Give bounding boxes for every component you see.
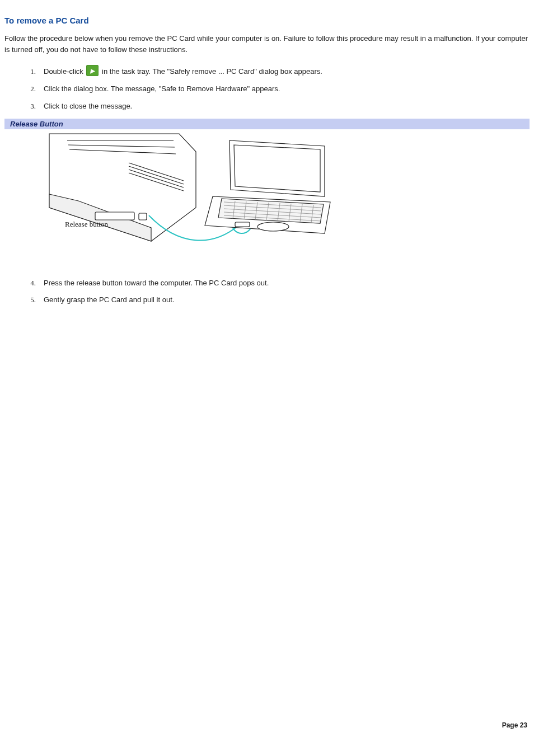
safely-remove-hardware-icon xyxy=(86,65,99,76)
section-heading: To remove a PC Card xyxy=(4,16,530,25)
intro-paragraph: Follow the procedure below when you remo… xyxy=(4,33,530,55)
page-number: Page 23 xyxy=(502,721,527,729)
step-text: Click the dialog box. The message, "Safe… xyxy=(44,84,530,95)
step-text: Double-click in the task tray. The "Safe… xyxy=(44,65,530,77)
step-number: 4. xyxy=(4,279,44,288)
figure-title-bar: Release Button xyxy=(4,119,530,129)
svg-rect-30 xyxy=(235,222,250,227)
step-text: Gently grasp the PC Card and pull it out… xyxy=(44,295,530,306)
svg-point-29 xyxy=(257,222,289,231)
step-text: Click to close the message. xyxy=(44,101,530,112)
step-text-after: in the task tray. The "Safely remove ...… xyxy=(102,67,322,76)
step-number: 3. xyxy=(4,102,44,111)
step-text-before: Double-click xyxy=(44,67,85,76)
step-text: Press the release button toward the comp… xyxy=(44,278,530,289)
steps-list-1: 1. Double-click in the task tray. The "S… xyxy=(4,65,530,112)
release-button-figure: Release button xyxy=(45,129,354,258)
svg-rect-10 xyxy=(139,213,147,220)
step-4: 4. Press the release button toward the c… xyxy=(4,278,530,289)
svg-marker-13 xyxy=(234,145,320,192)
steps-list-2: 4. Press the release button toward the c… xyxy=(4,278,530,306)
step-number: 5. xyxy=(4,295,44,304)
step-3: 3. Click to close the message. xyxy=(4,101,530,112)
step-2: 2. Click the dialog box. The message, "S… xyxy=(4,84,530,95)
step-number: 1. xyxy=(4,67,44,76)
figure-label-text: Release button xyxy=(65,220,108,228)
step-1: 1. Double-click in the task tray. The "S… xyxy=(4,65,530,77)
step-5: 5. Gently grasp the PC Card and pull it … xyxy=(4,295,530,306)
laptop-illustration: Release button xyxy=(45,129,354,258)
step-number: 2. xyxy=(4,84,44,93)
document-page: To remove a PC Card Follow the procedure… xyxy=(0,0,534,756)
svg-rect-9 xyxy=(95,212,134,220)
